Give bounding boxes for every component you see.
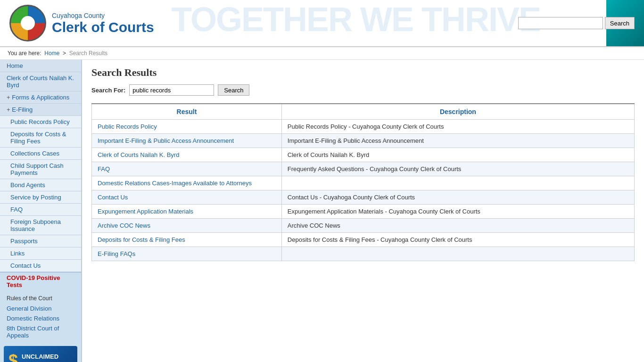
table-row: FAQFrequently Asked Questions - Cuyahoga… [92,162,635,176]
sidebar-item-foreign-subpoena[interactable]: Foreign Subpoena Issuance [0,216,81,235]
page-title: Search Results [91,66,635,79]
search-button[interactable]: Search [218,84,249,96]
table-row: Deposits for Costs & Filing FeesDeposits… [92,233,635,247]
search-label: Search For: [91,87,125,94]
result-desc: Contact Us - Cuyahoga County Clerk of Co… [281,190,634,205]
sidebar: Home Clerk of Courts Nailah K. Byrd Form… [0,60,81,362]
sidebar-item-passports[interactable]: Passports [0,235,81,247]
result-desc: Frequently Asked Questions - Cuyahoga Co… [281,162,634,176]
col-header-desc: Description [281,104,634,120]
logo-area: Cuyahoga County Clerk of Courts [9,5,154,41]
header-search-area: Search [518,17,635,29]
result-link[interactable]: FAQ [98,165,110,173]
court-name: Clerk of Courts [52,19,154,35]
result-link[interactable]: Domestic Relations Cases-Images Availabl… [98,180,252,187]
sidebar-item-service-posting[interactable]: Service by Posting [0,191,81,204]
table-row: E-Filing FAQs [92,247,635,261]
result-desc [281,247,634,261]
result-link[interactable]: Clerk of Courts Nailah K. Byrd [98,151,179,158]
sidebar-unclaimed-funds[interactable]: $ UNCLAIMED FUNDS LIST [4,346,77,362]
table-row: Expungement Application MaterialsExpunge… [92,205,635,219]
sidebar-spacer2 [0,340,81,342]
sidebar-item-contact[interactable]: Contact Us [0,260,81,272]
result-link[interactable]: Archive COC News [98,222,150,229]
sidebar-item-home[interactable]: Home [0,60,81,72]
sidebar-item-clerk[interactable]: Clerk of Courts Nailah K. Byrd [0,72,81,91]
result-link[interactable]: E-Filing FAQs [98,250,135,257]
header-search-input[interactable] [518,17,603,29]
sidebar-item-links[interactable]: Links [0,247,81,260]
breadcrumb-home[interactable]: Home [44,50,59,57]
sidebar-item-collections[interactable]: Collections Cases [0,148,81,160]
sidebar-item-deposits[interactable]: Deposits for Costs & Filing Fees [0,128,81,148]
dollar-icon: $ [8,353,18,362]
sidebar-item-efiling[interactable]: E-Filing [0,104,81,116]
search-form: Search For: Search [91,84,635,96]
sidebar-item-child-support[interactable]: Child Support Cash Payments [0,160,81,179]
results-table: Result Description Public Records Policy… [91,103,635,261]
content-area: Search Results Search For: Search Result… [81,60,644,362]
header: Cuyahoga County Clerk of Courts TOGETHER… [0,0,644,47]
sidebar-item-public-records[interactable]: Public Records Policy [0,116,81,128]
unclaimed-funds-label: UNCLAIMED FUNDS LIST [22,353,58,362]
county-name: Cuyahoga County [52,12,154,19]
sidebar-item-bond-agents[interactable]: Bond Agents [0,179,81,191]
result-desc: Public Records Policy - Cuyahoga County … [281,120,634,134]
table-row: Important E-Filing & Public Access Annou… [92,134,635,148]
results-tbody: Public Records PolicyPublic Records Poli… [92,120,635,261]
sidebar-item-faq[interactable]: FAQ [0,204,81,216]
site-title: Cuyahoga County Clerk of Courts [52,12,154,35]
sidebar-item-forms[interactable]: Forms & Applications [0,91,81,104]
main-layout: Home Clerk of Courts Nailah K. Byrd Form… [0,60,644,362]
result-desc: Deposits for Costs & Filing Fees - Cuyah… [281,233,634,247]
result-link[interactable]: Public Records Policy [98,123,157,130]
result-link[interactable]: Important E-Filing & Public Access Annou… [98,137,234,144]
result-desc: Important E-Filing & Public Access Annou… [281,134,634,148]
result-desc [281,176,634,190]
breadcrumb: You are here: Home > Search Results [0,47,644,60]
sidebar-item-eighth-dist[interactable]: 8th District Court of Appeals [0,323,81,340]
breadcrumb-current: Search Results [69,50,107,57]
col-header-result: Result [92,104,282,120]
table-row: Archive COC NewsArchive COC News [92,219,635,233]
table-row: Contact UsContact Us - Cuyahoga County C… [92,190,635,205]
search-input[interactable] [129,84,214,96]
table-row: Clerk of Courts Nailah K. ByrdClerk of C… [92,148,635,162]
result-desc: Archive COC News [281,219,634,233]
header-search-button[interactable]: Search [605,17,635,29]
result-desc: Clerk of Courts Nailah K. Byrd [281,148,634,162]
county-seal [9,5,46,41]
table-row: Public Records PolicyPublic Records Poli… [92,120,635,134]
result-desc: Expungement Application Materials - Cuya… [281,205,634,219]
result-link[interactable]: Contact Us [98,194,128,201]
sidebar-item-covid[interactable]: COVID-19 Positive Tests [0,273,81,290]
table-row: Domestic Relations Cases-Images Availabl… [92,176,635,190]
header-bg-text: TOGETHER WE THRIVE [171,0,540,39]
result-link[interactable]: Deposits for Costs & Filing Fees [98,236,185,243]
breadcrumb-prefix: You are here: [8,50,41,57]
sidebar-item-domestic-rel[interactable]: Domestic Relations [0,313,81,323]
sidebar-rules-label: Rules of the Court [0,293,81,304]
sidebar-item-general-div[interactable]: General Division [0,304,81,313]
result-link[interactable]: Expungement Application Materials [98,208,193,215]
